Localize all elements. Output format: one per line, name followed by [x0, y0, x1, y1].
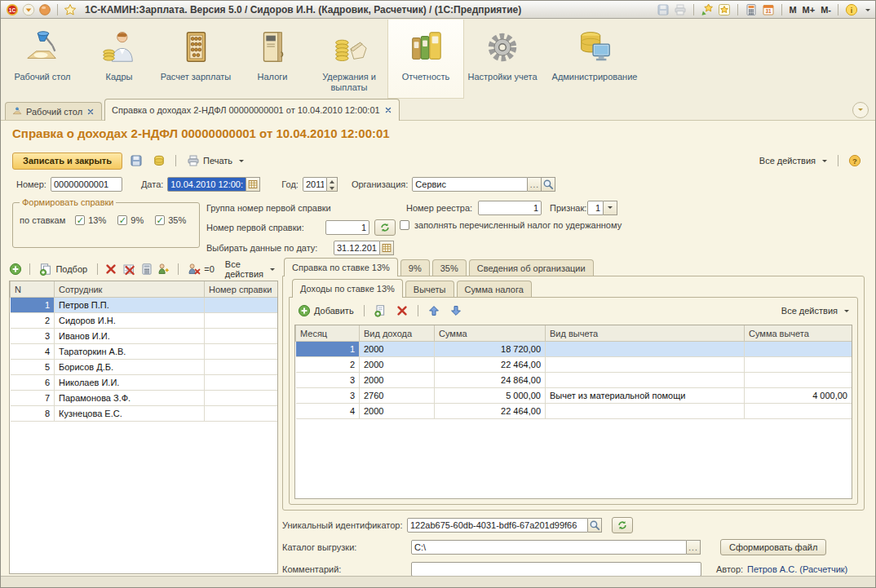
employee-cert-cell[interactable]	[205, 375, 278, 391]
employees-column-header[interactable]: Сотрудник	[55, 281, 205, 298]
employee-cert-cell[interactable]	[205, 406, 278, 422]
remove-zero-button[interactable]: =0	[184, 261, 218, 277]
calculator-icon[interactable]	[745, 3, 758, 16]
income-row[interactable]: 3 2760 5 000,00 Вычет из материальной по…	[296, 388, 852, 404]
income-tab[interactable]: Доходы по ставке 13%	[292, 279, 403, 298]
employee-number-cell[interactable]: 8	[11, 406, 55, 422]
deduction-sum-cell[interactable]	[745, 404, 852, 419]
employee-row[interactable]: 3 Иванов И.И.	[11, 329, 278, 344]
employee-name-cell[interactable]: Тараторкин А.В.	[55, 344, 205, 360]
year-input[interactable]	[303, 177, 327, 192]
employee-row[interactable]: 8 Кузнецова Е.С.	[11, 406, 278, 422]
save-record-button[interactable]	[127, 152, 145, 170]
deduction-sum-cell[interactable]: 4 000,00	[745, 388, 852, 404]
pick-employees-button[interactable]: Подбор	[36, 261, 91, 277]
employee-name-cell[interactable]: Петров П.П.	[55, 298, 205, 313]
delete-income-row-button[interactable]	[393, 302, 411, 320]
income-column-header[interactable]: Месяц	[296, 325, 360, 342]
employees-column-header[interactable]: N	[11, 281, 55, 298]
income-month-cell[interactable]: 3	[296, 373, 360, 388]
add-employee-button[interactable]	[9, 260, 23, 278]
favorites-star-icon[interactable]	[64, 3, 77, 16]
income-sum-cell[interactable]: 22 464,00	[435, 404, 546, 419]
income-row[interactable]: 1 2000 18 720,00	[296, 342, 852, 357]
rate-tab[interactable]: Сведения об организации	[469, 259, 594, 276]
income-all-actions-button[interactable]: Все действия	[778, 304, 852, 317]
comment-input[interactable]	[411, 562, 701, 577]
employee-name-cell[interactable]: Николаев И.И.	[55, 375, 205, 391]
first-number-input[interactable]	[325, 220, 369, 235]
ribbon-section[interactable]: Кадры	[81, 20, 157, 99]
recalculate-button[interactable]	[139, 260, 153, 278]
show-favorites-icon[interactable]	[718, 3, 731, 16]
add-favorite-icon[interactable]	[701, 3, 714, 16]
spinner-up-icon[interactable]	[327, 178, 337, 185]
rate-tab[interactable]: Справка по ставке 13%	[284, 258, 398, 276]
org-select-button[interactable]: ...	[528, 177, 542, 192]
save-close-button[interactable]: Записать и закрыть	[12, 153, 122, 170]
deduction-type-cell[interactable]	[546, 342, 745, 357]
date-picker-button[interactable]	[246, 177, 260, 192]
income-column-header[interactable]: Сумма	[435, 325, 546, 342]
memory-button[interactable]: М	[789, 5, 796, 15]
income-column-header[interactable]: Вид вычета	[546, 325, 745, 342]
employee-cert-cell[interactable]	[205, 298, 278, 313]
date-input[interactable]	[167, 177, 246, 192]
memory-button[interactable]: М+	[803, 5, 816, 15]
info-dropdown-caret[interactable]	[865, 9, 870, 14]
export-dir-select-button[interactable]: ...	[687, 540, 701, 555]
employee-cert-cell[interactable]	[205, 313, 278, 329]
employee-name-cell[interactable]: Борисов Д.Б.	[55, 360, 205, 375]
select-date-input[interactable]	[334, 241, 380, 255]
checkbox-icon[interactable]	[117, 215, 127, 225]
employee-number-cell[interactable]: 6	[11, 375, 55, 391]
employee-row[interactable]: 2 Сидоров И.Н.	[11, 313, 278, 329]
ribbon-section[interactable]: Отчетность	[387, 20, 464, 99]
tab-overflow-button[interactable]	[852, 102, 869, 118]
income-row[interactable]: 3 2000 24 864,00	[296, 373, 852, 388]
service-icon[interactable]	[38, 3, 51, 16]
rate-checkbox[interactable]: 13%	[75, 215, 106, 225]
uid-refresh-button[interactable]	[612, 517, 633, 533]
rate-tab[interactable]: 9%	[400, 259, 430, 276]
help-button[interactable]	[846, 152, 864, 170]
income-sum-cell[interactable]: 5 000,00	[435, 388, 546, 404]
employee-row[interactable]: 4 Тараторкин А.В.	[11, 344, 278, 360]
ribbon-section[interactable]: Расчет зарплаты	[157, 20, 234, 99]
org-open-button[interactable]	[542, 177, 555, 192]
document-tab[interactable]: Рабочий стол	[5, 102, 102, 120]
income-type-cell[interactable]: 2000	[360, 373, 435, 388]
rate-checkbox[interactable]: 35%	[155, 215, 186, 225]
income-month-cell[interactable]: 1	[296, 342, 360, 357]
print-menu-button[interactable]: Печать	[184, 153, 247, 169]
number-input[interactable]	[51, 177, 122, 192]
ribbon-section[interactable]: Администрирование	[541, 20, 648, 99]
checkbox-icon[interactable]	[75, 215, 85, 225]
employee-row[interactable]: 7 Парамонова З.Ф.	[11, 391, 278, 406]
employee-name-cell[interactable]: Кузнецова Е.С.	[55, 406, 205, 422]
employee-number-cell[interactable]: 4	[11, 344, 55, 360]
ribbon-section[interactable]: Удержания и выплаты	[311, 20, 387, 99]
export-dir-input[interactable]	[411, 540, 687, 555]
employees-all-actions-button[interactable]: Все действия	[222, 258, 278, 281]
income-sum-cell[interactable]: 22 464,00	[435, 357, 546, 373]
spinner-down-icon[interactable]	[327, 185, 337, 192]
income-tab[interactable]: Сумма налога	[457, 281, 532, 297]
employee-name-cell[interactable]: Сидоров И.Н.	[55, 313, 205, 329]
employee-number-cell[interactable]: 7	[11, 391, 55, 406]
org-input[interactable]	[412, 177, 528, 192]
copy-row-button[interactable]	[371, 302, 389, 320]
ribbon-section[interactable]: Налоги	[234, 20, 311, 99]
memory-button[interactable]: М-	[821, 5, 831, 15]
employee-cert-cell[interactable]	[205, 344, 278, 360]
employee-name-cell[interactable]: Парамонова З.Ф.	[55, 391, 205, 406]
move-up-button[interactable]	[425, 302, 443, 320]
fill-employees-button[interactable]	[157, 260, 171, 278]
deduction-type-cell[interactable]	[546, 357, 745, 373]
uid-open-button[interactable]	[588, 518, 602, 533]
select-date-picker-button[interactable]	[380, 241, 394, 255]
clear-table-button[interactable]	[122, 260, 136, 278]
ribbon-section[interactable]: Настройки учета	[464, 20, 541, 99]
employee-row[interactable]: 5 Борисов Д.Б.	[11, 360, 278, 375]
calendar-icon[interactable]	[762, 3, 775, 16]
